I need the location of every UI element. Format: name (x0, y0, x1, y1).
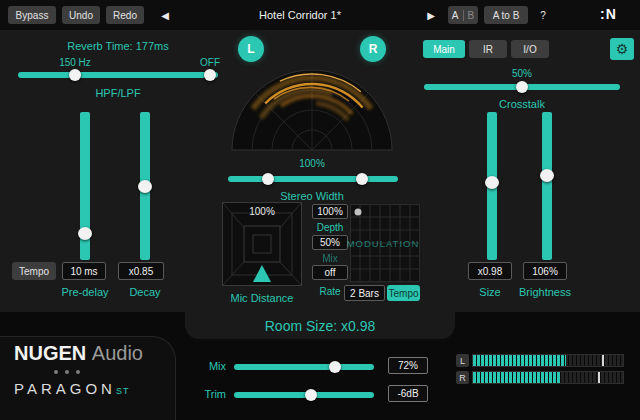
modulation-mix-label: Mix (312, 253, 348, 264)
predelay-fader-handle[interactable] (78, 227, 92, 240)
brightness-fader-handle[interactable] (540, 169, 554, 182)
hpf-value: 150 Hz (48, 57, 102, 68)
meter-right-bar (472, 371, 624, 384)
modulation-rate-value[interactable]: off (312, 265, 348, 280)
modulation-bars-value[interactable]: 2 Bars (344, 285, 385, 301)
brand-name: NUGEN (14, 342, 86, 364)
size-fader-handle[interactable] (485, 176, 499, 189)
brightness-value[interactable]: 106% (523, 262, 567, 280)
crosstalk-slider[interactable] (424, 84, 620, 90)
mix-handle[interactable] (329, 361, 341, 373)
predelay-tempo-sync-button[interactable]: Tempo (12, 262, 56, 280)
stereo-width-left-handle[interactable] (262, 173, 274, 185)
ab-a-label: A (452, 10, 459, 21)
predelay-value[interactable]: 10 ms (62, 262, 106, 280)
title-bar: Bypass Undo Redo ◀ Hotel Corridor 1* ▶ A… (0, 0, 640, 30)
mix-value[interactable]: 72% (388, 357, 428, 374)
nugen-logo-icon: :N (600, 6, 617, 22)
trim-handle[interactable] (305, 389, 317, 401)
ab-compare-button[interactable]: AB (448, 6, 478, 24)
lpf-value: OFF (188, 57, 232, 68)
impulse-response-visualizer (227, 58, 397, 153)
bottom-bar: Room Size: x0.98 NUGEN Audio PARAGONST M… (0, 312, 640, 420)
lpf-handle[interactable] (204, 69, 216, 81)
hpf-lpf-slider[interactable] (18, 72, 218, 78)
decay-fader-handle[interactable] (138, 180, 152, 193)
hpf-handle[interactable] (69, 69, 81, 81)
decay-label: Decay (110, 286, 180, 298)
meter-right-label: R (456, 371, 469, 384)
tab-io[interactable]: I/O (511, 40, 549, 58)
mic-distance-label: Mic Distance (212, 292, 312, 304)
help-button[interactable]: ? (534, 6, 552, 24)
stereo-width-slider[interactable] (228, 176, 398, 182)
nugen-audio-logo: NUGEN Audio (14, 342, 143, 365)
paragon-plugin-window: Bypass Undo Redo ◀ Hotel Corridor 1* ▶ A… (0, 0, 640, 420)
decay-value[interactable]: x0.85 (118, 262, 164, 280)
bypass-button[interactable]: Bypass (8, 6, 56, 24)
previous-preset-icon[interactable]: ◀ (156, 6, 174, 24)
hpf-lpf-label: HPF/LPF (63, 87, 173, 99)
meter-left-label: L (456, 354, 469, 367)
undo-button[interactable]: Undo (62, 6, 100, 24)
trim-label: Trim (188, 388, 226, 400)
brand-dots-icon (54, 370, 80, 374)
decay-fader[interactable] (140, 112, 150, 260)
mix-label: Mix (188, 360, 226, 372)
stereo-width-label: Stereo Width (262, 190, 362, 202)
output-meter-right: R (456, 371, 624, 384)
mic-distance-control[interactable]: 100% (222, 202, 302, 286)
preset-name[interactable]: Hotel Corridor 1* (180, 9, 420, 21)
product-logo: PARAGONST (14, 380, 129, 397)
trim-slider[interactable] (234, 392, 374, 398)
brand-suffix: Audio (92, 342, 143, 364)
gear-icon[interactable]: ⚙ (610, 38, 634, 60)
predelay-fader[interactable] (80, 112, 90, 260)
output-meter-left: L (456, 354, 624, 367)
modulation-tempo-sync-button[interactable]: Tempo (387, 285, 420, 301)
product-variant: ST (116, 386, 130, 396)
modulation-watermark: MODULATION (342, 238, 424, 249)
stereo-width-value: 100% (272, 158, 352, 169)
product-name: PARAGON (14, 380, 116, 397)
mic-distance-value: 100% (222, 206, 302, 217)
a-to-b-button[interactable]: A to B (484, 6, 528, 24)
tab-ir[interactable]: IR (469, 40, 507, 58)
size-value[interactable]: x0.98 (468, 262, 512, 280)
crosstalk-handle[interactable] (516, 81, 528, 93)
next-preset-icon[interactable]: ▶ (422, 6, 440, 24)
stereo-width-right-handle[interactable] (356, 173, 368, 185)
tab-main[interactable]: Main (423, 40, 465, 58)
size-fader[interactable] (487, 112, 497, 260)
meter-left-bar (472, 354, 624, 367)
crosstalk-label: Crosstalk (472, 98, 572, 110)
redo-button[interactable]: Redo (106, 6, 144, 24)
modulation-depth-value[interactable]: 100% (312, 204, 348, 219)
ab-b-label: B (463, 10, 475, 21)
trim-value[interactable]: -6dB (388, 385, 428, 402)
reverb-time-readout: Reverb Time: 177ms (38, 40, 198, 52)
room-size-readout: Room Size: x0.98 (185, 312, 455, 339)
modulation-depth-label: Depth (312, 222, 348, 233)
mix-slider[interactable] (234, 364, 374, 370)
brightness-fader[interactable] (542, 112, 552, 260)
modulation-rate-label: Rate (312, 286, 348, 297)
crosstalk-value: 50% (482, 68, 562, 79)
brightness-label: Brightness (510, 286, 580, 298)
